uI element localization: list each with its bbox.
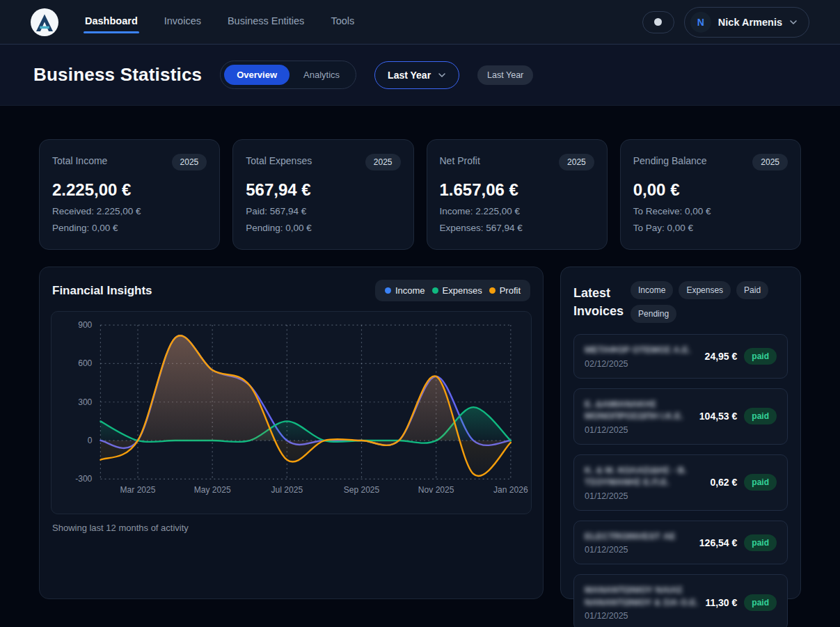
invoice-filters: IncomeExpensesPaidPending bbox=[631, 281, 788, 323]
invoice-date: 01/12/2025 bbox=[585, 545, 694, 555]
invoice-client-name: ELECTROINVEST ΑΕ bbox=[585, 530, 694, 543]
year-badge: 2025 bbox=[559, 154, 594, 170]
stat-detail: Expenses: 567,94 € bbox=[440, 223, 594, 233]
invoice-status-badge: paid bbox=[744, 408, 777, 424]
invoices-title: Latest Invoices bbox=[573, 284, 624, 320]
stat-card-pending-balance: Pending Balance 2025 0,00 € To Receive: … bbox=[620, 139, 801, 250]
stat-title: Pending Balance bbox=[633, 154, 707, 166]
tab-analytics[interactable]: Analytics bbox=[291, 65, 352, 85]
stat-card-total-income: Total Income 2025 2.225,00 € Received: 2… bbox=[39, 139, 220, 250]
invoice-row[interactable]: Κ. & Μ. ΚΟΛΑΣΙΔΗΣ - Β. ΤΣΟΥΜΑΝΗΣ Ε.Π.Ε.0… bbox=[573, 454, 788, 511]
stat-detail: To Receive: 0,00 € bbox=[633, 206, 788, 216]
stat-detail: Income: 2.225,00 € bbox=[440, 206, 594, 216]
legend-dot-icon bbox=[489, 287, 496, 294]
x-tick-label: Sep 2025 bbox=[344, 485, 380, 495]
line-chart: 9006003000-300Mar 2025May 2025Jul 2025Se… bbox=[51, 312, 531, 511]
x-tick-label: Jul 2025 bbox=[271, 485, 303, 495]
nav-links: Dashboard Invoices Business Entities Too… bbox=[84, 11, 356, 33]
stat-detail: Received: 2.225,00 € bbox=[52, 206, 207, 216]
invoice-row[interactable]: Ε. ΔΑΜΙΑΝΑΚΗΣ ΜΟΝΟΠΡΟΣΩΠΗ Ι.Κ.Ε.01/12/20… bbox=[573, 388, 788, 445]
x-tick-label: Mar 2025 bbox=[120, 485, 156, 495]
invoice-amount: 0,62 € bbox=[710, 477, 737, 488]
tab-overview[interactable]: Overview bbox=[224, 65, 290, 85]
nav-item-business-entities[interactable]: Business Entities bbox=[226, 11, 306, 33]
top-navbar: Dashboard Invoices Business Entities Too… bbox=[0, 0, 840, 45]
stat-card-net-profit: Net Profit 2025 1.657,06 € Income: 2.225… bbox=[427, 139, 608, 250]
stat-detail: Paid: 567,94 € bbox=[246, 206, 400, 216]
invoice-status-badge: paid bbox=[744, 348, 777, 365]
stat-detail: Pending: 0,00 € bbox=[52, 223, 207, 233]
invoice-date: 01/12/2025 bbox=[585, 491, 704, 501]
chevron-down-icon bbox=[789, 18, 798, 26]
chart-footnote: Showing last 12 months of activity bbox=[51, 523, 532, 533]
app-logo[interactable] bbox=[31, 8, 58, 36]
period-badge: Last Year bbox=[477, 65, 533, 85]
invoice-client-name: ΜΕΤΑΦΟΡ ΟΤΕΜΟΣ Α.Ε. bbox=[585, 344, 699, 356]
invoice-status-badge: paid bbox=[744, 594, 777, 611]
view-tabs: Overview Analytics bbox=[220, 61, 356, 89]
chart-title: Financial Insights bbox=[52, 284, 152, 298]
theme-toggle[interactable] bbox=[642, 11, 674, 33]
page-title: Business Statistics bbox=[33, 64, 202, 86]
chart-legend: IncomeExpensesProfit bbox=[375, 280, 530, 301]
nav-right-controls: N Nick Armenis bbox=[642, 7, 809, 38]
y-tick-label: 900 bbox=[78, 320, 92, 330]
nav-item-dashboard[interactable]: Dashboard bbox=[84, 11, 139, 33]
y-tick-label: 300 bbox=[78, 397, 92, 407]
filter-chip-income[interactable]: Income bbox=[631, 281, 673, 299]
chart-plot: 9006003000-300Mar 2025May 2025Jul 2025Se… bbox=[51, 311, 532, 514]
user-name: Nick Armenis bbox=[718, 17, 782, 28]
invoice-amount: 126,54 € bbox=[699, 537, 738, 548]
year-badge: 2025 bbox=[752, 154, 788, 170]
main-content: Total Income 2025 2.225,00 € Received: 2… bbox=[0, 106, 840, 599]
stat-detail: Pending: 0,00 € bbox=[246, 223, 400, 233]
period-select[interactable]: Last Year bbox=[374, 61, 459, 89]
invoice-row[interactable]: ΜΑΝΑΝΤΩΝΙΟΥ ΝΑΙΑΣ ΝΑΝΑΝΤΩΝΙΟΥ & ΣΙΑ Ο.Ε.… bbox=[573, 574, 788, 627]
chevron-down-icon bbox=[438, 71, 446, 79]
stat-detail: To Pay: 0,00 € bbox=[633, 223, 788, 233]
legend-item-income[interactable]: Income bbox=[385, 285, 425, 296]
invoice-row[interactable]: ΜΕΤΑΦΟΡ ΟΤΕΜΟΣ Α.Ε.02/12/202524,95 €paid bbox=[573, 334, 788, 379]
user-menu[interactable]: N Nick Armenis bbox=[684, 7, 809, 38]
stat-value: 1.657,06 € bbox=[440, 180, 594, 200]
invoice-amount: 11,30 € bbox=[705, 597, 737, 608]
legend-item-expenses[interactable]: Expenses bbox=[432, 285, 482, 296]
stats-row: Total Income 2025 2.225,00 € Received: 2… bbox=[39, 139, 801, 250]
invoice-date: 01/12/2025 bbox=[585, 611, 699, 621]
y-tick-label: 600 bbox=[78, 358, 92, 368]
filter-chip-pending[interactable]: Pending bbox=[631, 305, 676, 323]
year-badge: 2025 bbox=[172, 154, 207, 170]
theme-toggle-dot-icon bbox=[654, 18, 662, 26]
y-tick-label: 0 bbox=[88, 436, 93, 445]
user-avatar: N bbox=[690, 12, 711, 33]
page-header: Business Statistics Overview Analytics L… bbox=[0, 45, 840, 106]
filter-chip-expenses[interactable]: Expenses bbox=[679, 281, 731, 299]
invoice-row[interactable]: ELECTROINVEST ΑΕ01/12/2025126,54 €paid bbox=[573, 521, 788, 565]
stat-value: 2.225,00 € bbox=[52, 180, 207, 200]
nav-item-invoices[interactable]: Invoices bbox=[163, 11, 203, 33]
legend-item-profit[interactable]: Profit bbox=[489, 285, 521, 296]
filter-chip-paid[interactable]: Paid bbox=[736, 281, 768, 299]
invoice-status-badge: paid bbox=[744, 474, 777, 491]
stat-value: 567,94 € bbox=[246, 180, 400, 200]
invoice-list: ΜΕΤΑΦΟΡ ΟΤΕΜΟΣ Α.Ε.02/12/202524,95 €paid… bbox=[573, 334, 788, 627]
nav-item-tools[interactable]: Tools bbox=[329, 11, 356, 33]
period-select-value: Last Year bbox=[388, 70, 431, 81]
invoice-status-badge: paid bbox=[744, 534, 777, 551]
x-tick-label: Jan 2026 bbox=[493, 485, 528, 495]
invoice-date: 02/12/2025 bbox=[585, 359, 699, 369]
x-tick-label: May 2025 bbox=[194, 485, 231, 495]
invoice-client-name: ΜΑΝΑΝΤΩΝΙΟΥ ΝΑΙΑΣ ΝΑΝΑΝΤΩΝΙΟΥ & ΣΙΑ Ο.Ε. bbox=[585, 584, 699, 608]
invoice-amount: 24,95 € bbox=[705, 351, 738, 362]
legend-dot-icon bbox=[432, 287, 438, 294]
latest-invoices-panel: Latest Invoices IncomeExpensesPaidPendin… bbox=[560, 267, 801, 599]
stat-title: Total Expenses bbox=[246, 154, 312, 166]
stat-title: Total Income bbox=[52, 154, 107, 166]
financial-insights-card: Financial Insights IncomeExpensesProfit … bbox=[39, 267, 544, 599]
stat-title: Net Profit bbox=[440, 154, 480, 166]
invoice-amount: 104,53 € bbox=[699, 411, 738, 422]
invoice-client-name: Ε. ΔΑΜΙΑΝΑΚΗΣ ΜΟΝΟΠΡΟΣΩΠΗ Ι.Κ.Ε. bbox=[585, 398, 694, 422]
stat-card-total-expenses: Total Expenses 2025 567,94 € Paid: 567,9… bbox=[232, 139, 413, 250]
invoice-date: 01/12/2025 bbox=[585, 425, 694, 435]
x-tick-label: Nov 2025 bbox=[418, 485, 454, 495]
